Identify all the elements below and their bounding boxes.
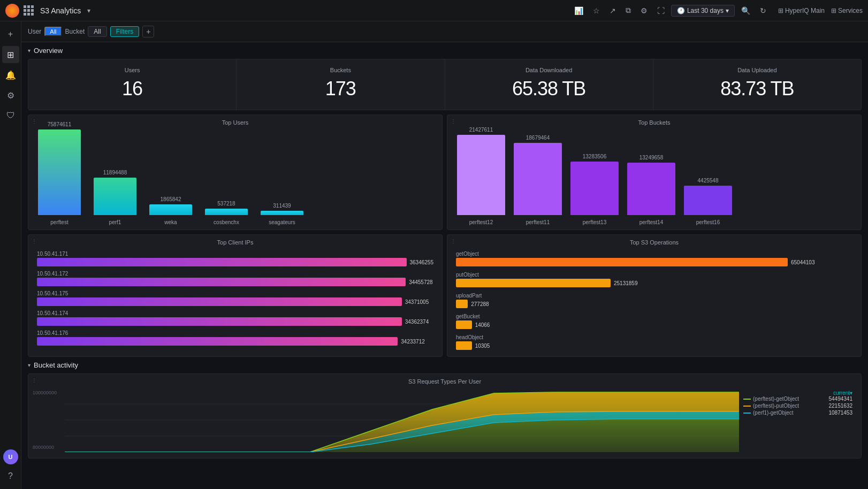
panel-icon-activity: ⋮ [32,377,37,383]
ip-track: 36346255 [37,258,433,266]
user-filter-label: User [28,28,41,35]
bucket-activity-chart: ⋮ S3 Request Types Per User 100000000 80… [28,373,862,459]
ops-label: getBucket [456,314,852,319]
chart-legend: current▾ (perftest)-getObject 54494341 (… [739,388,857,454]
stat-users: Users 16 [28,59,236,110]
screen-btn[interactable]: ⛶ [654,4,668,17]
ops-value: 10305 [475,343,490,349]
uploaded-label: Data Uploaded [737,67,776,73]
ip-track: 34455728 [37,278,433,286]
sidebar-icon-shield[interactable]: 🛡 [2,107,19,124]
filter-bar: User All Bucket All Filters + [21,21,868,42]
user-bar [94,178,136,215]
bucket-bar-label: perftest11 [526,219,550,225]
legend-item: (perftest)-getObject [743,396,799,402]
refresh-btn[interactable]: ↻ [757,4,770,17]
filters-btn[interactable]: Filters [110,26,140,37]
users-label: Users [125,67,140,73]
sidebar-icon-plus[interactable]: + [2,26,19,43]
panel-icon-ips: ⋮ [32,238,37,244]
top-users-panel: ⋮ Top Users 75874611 perftest 11894488 p… [28,114,443,230]
ops-value: 65044103 [791,259,815,265]
bucket-bar-label: perftest16 [696,219,720,225]
bucket-bar-value: 13249658 [639,155,664,161]
stat-downloaded: Data Downloaded 65.38 TB [445,59,653,110]
ops-label: headObject [456,334,852,340]
ip-bar-row: 10.50.41.176 34233712 [37,330,433,346]
ip-bar [37,278,406,286]
overview-grid: Users 16 Buckets 173 Data Downloaded 65.… [28,59,862,110]
bucket-activity-chart-title: S3 Request Types Per User [33,378,857,385]
hyperiq-main-link[interactable]: ⊞ HyperIQ Main [778,7,825,14]
services-label: Services [838,7,863,14]
user-all-btn[interactable]: All [44,27,62,36]
ops-track: 14066 [456,320,852,329]
user-bar [38,129,81,215]
top-user-bar-item: 75874611 perftest [38,121,81,225]
avatar[interactable]: U [3,449,18,464]
bar-label: weka [164,219,177,225]
ip-value: 34455728 [409,279,433,285]
legend-label: (perftest)-getObject [753,396,799,402]
y-label-80m: 80000000 [33,445,65,450]
dashboard: ▾ Overview Users 16 Buckets 173 Data Dow… [21,42,868,463]
activity-svg [65,388,739,452]
legend-num: 54494341 [829,396,853,402]
ip-value: 34233712 [401,339,425,345]
ip-value: 34362374 [405,319,429,325]
ops-value: 14066 [475,322,490,328]
ops-bar [456,300,468,308]
bar-value: 311439 [273,203,291,209]
sidebar-icon-grid[interactable]: ⊞ [2,46,19,63]
legend-label: (perf1)-getObject [753,410,794,416]
bucket-activity-header[interactable]: ▾ Bucket activity [28,361,862,369]
buckets-value: 173 [325,78,356,100]
sidebar-icon-bell[interactable]: 🔔 [2,66,19,83]
legend-label: (perftest)-putObject [753,403,799,409]
add-filter-btn[interactable]: + [142,26,154,37]
legend-num: 22151632 [829,403,853,409]
add-panel-btn[interactable]: 📊 [571,4,587,17]
bucket-bar-label: perftest12 [469,219,493,225]
star-btn[interactable]: ☆ [590,4,603,17]
time-range-btn[interactable]: 🕐 Last 30 days ▾ [671,5,735,17]
overview-chevron: ▾ [28,48,31,54]
overview-title: Overview [34,47,63,55]
ip-bar [37,317,402,326]
ops-bar [456,320,472,329]
legend-dash [743,412,751,414]
top-bucket-bar-item: 13283506 perftest13 [570,154,619,225]
copy-btn[interactable]: ⧉ [622,4,634,17]
top-buckets-panel: ⋮ Top Buckets 21427611 perftest12 186794… [447,114,862,230]
search-btn[interactable]: 🔍 [738,4,753,17]
current-label[interactable]: current▾ [743,390,852,396]
sidebar-icon-gear[interactable]: ⚙ [2,87,19,104]
ops-row: putObject 25131859 [456,272,852,287]
bar-value: 1865842 [161,196,181,202]
topbar: S3 Analytics ▾ 📊 ☆ ↗ ⧉ ⚙ ⛶ 🕐 Last 30 day… [0,0,868,21]
activity-chart-container: 100000000 80000000 [33,388,857,454]
user-bar [261,211,303,215]
downloaded-value: 65.38 TB [512,78,585,100]
top-bucket-bar-item: 18679464 perftest11 [514,135,562,225]
hyperiq-grid-icon: ⊞ [778,7,783,14]
top-client-ips-title: Top Client IPs [33,239,438,246]
title-chevron[interactable]: ▾ [87,7,90,14]
ops-label: putObject [456,272,852,278]
ip-track: 34362374 [37,317,433,326]
settings-btn[interactable]: ⚙ [637,4,651,17]
topbar-left: S3 Analytics ▾ [5,4,571,18]
bucket-all-btn[interactable]: All [88,26,106,37]
ops-track: 10305 [456,341,852,350]
ip-bar [37,297,402,306]
services-link[interactable]: ⊞ Services [831,7,863,14]
overview-section-header[interactable]: ▾ Overview [28,47,862,55]
sidebar: + ⊞ 🔔 ⚙ 🛡 U ? [0,21,21,489]
sidebar-icon-help[interactable]: ? [2,468,19,485]
top-bucket-bar-item: 4425548 perftest16 [684,178,732,225]
top-client-ips-panel: ⋮ Top Client IPs 10.50.41.171 36346255 1… [28,234,443,357]
legend-values: (perftest)-getObject 54494341 (perftest)… [743,396,852,416]
legend-row: (perf1)-getObject 10871453 [743,410,852,416]
share-btn[interactable]: ↗ [606,4,619,17]
ops-row: getObject 65044103 [456,251,852,266]
